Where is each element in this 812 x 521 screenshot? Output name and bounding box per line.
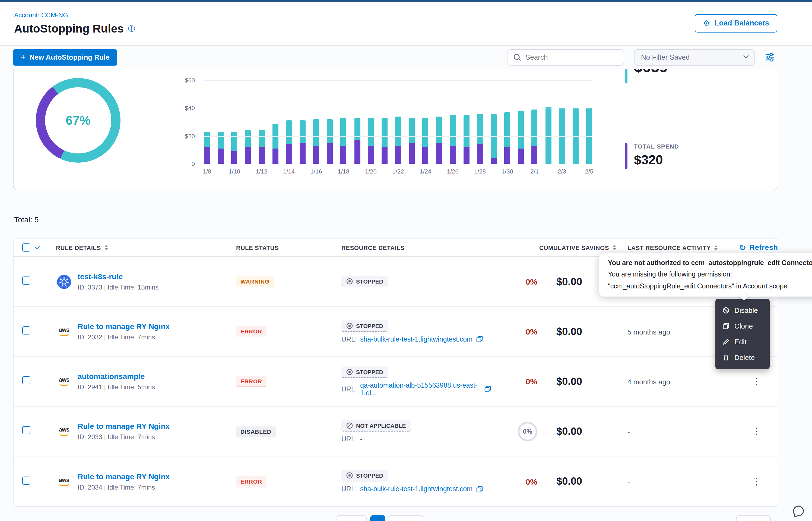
rule-status-badge[interactable]: WARNING xyxy=(236,276,274,287)
header-rule-details[interactable]: RULE DETAILS xyxy=(56,244,236,251)
savings-donut: 67% xyxy=(36,78,121,163)
pagination-prev-button[interactable] xyxy=(337,515,367,521)
row-checkbox[interactable] xyxy=(22,276,30,285)
saved-filter-dropdown[interactable]: No Filter Saved xyxy=(634,49,755,65)
resource-state-badge[interactable]: STOPPED xyxy=(341,366,388,378)
rule-name-link[interactable]: Rule to manage RY Nginx xyxy=(78,472,170,481)
bar xyxy=(545,107,551,164)
rule-name-link[interactable]: test-k8s-rule xyxy=(78,272,158,281)
resource-url-link[interactable]: - xyxy=(360,435,362,443)
select-all-checkbox[interactable] xyxy=(22,244,30,252)
resource-url-link[interactable]: qa-automation-alb-515563988.us-east-1.el… xyxy=(360,381,481,397)
rule-status-badge[interactable]: DISABLED xyxy=(236,426,276,437)
aws-icon: aws xyxy=(57,327,71,336)
rule-name-link[interactable]: automationsample xyxy=(78,372,155,381)
savings-segment xyxy=(504,112,510,147)
menu-item-edit[interactable]: Edit xyxy=(715,334,770,350)
resource-url-row: URL: sha-bulk-rule-test-1.lightwingtest.… xyxy=(341,335,483,343)
bar xyxy=(504,112,510,164)
total-spend-value: $320 xyxy=(634,152,679,167)
rule-status-badge[interactable]: ERROR xyxy=(236,376,266,387)
resource-state-badge[interactable]: STOPPED xyxy=(341,320,388,332)
y-tick-label: 0 xyxy=(192,160,195,167)
page-size-select[interactable] xyxy=(736,515,771,521)
last-activity: 5 months ago xyxy=(627,328,670,336)
stopped-icon xyxy=(346,278,353,285)
copy-icon[interactable] xyxy=(476,336,483,343)
bar xyxy=(232,132,237,164)
tooltip-line-2: You are missing the following permission… xyxy=(608,269,812,281)
savings-segment xyxy=(286,121,292,144)
x-tick-label: 1/22 xyxy=(392,168,404,175)
kebab-menu-icon[interactable]: ⋮ xyxy=(746,424,766,439)
pagination-next-button[interactable] xyxy=(389,515,423,521)
sort-icon[interactable] xyxy=(613,245,616,250)
header-last-resource-activity[interactable]: LAST RESOURCE ACTIVITY xyxy=(627,244,736,251)
y-tick-label: $20 xyxy=(185,133,195,139)
bar xyxy=(518,111,524,164)
bar xyxy=(368,118,374,164)
refresh-button[interactable]: ↻ Refresh xyxy=(739,243,778,252)
chat-support-icon[interactable] xyxy=(791,504,806,518)
table-row[interactable]: aws Rule to manage RY Nginx ID: 2033 | I… xyxy=(14,407,777,456)
row-checkbox[interactable] xyxy=(22,476,30,484)
tooltip-line-3: "ccm_autoStoppingRule_edit Connectors" i… xyxy=(608,280,812,292)
pagination-current-page[interactable] xyxy=(370,515,385,521)
sort-icon[interactable] xyxy=(105,245,108,250)
menu-item-clone[interactable]: Clone xyxy=(715,318,770,334)
menu-item-disable[interactable]: Disable xyxy=(715,302,770,318)
copy-icon[interactable] xyxy=(484,385,491,392)
spend-segment xyxy=(286,144,292,164)
bar xyxy=(245,130,251,164)
row-checkbox[interactable] xyxy=(22,326,30,335)
spend-segment xyxy=(272,149,278,164)
savings-segment xyxy=(395,117,401,146)
bulk-select-chevron-icon[interactable] xyxy=(35,244,40,249)
spend-segment xyxy=(463,147,469,164)
rule-meta: ID: 2033 | Idle Time: 7mins xyxy=(78,433,170,441)
savings-segment xyxy=(341,118,346,146)
delete-icon xyxy=(723,354,729,361)
sort-icon[interactable] xyxy=(714,245,718,250)
row-checkbox[interactable] xyxy=(22,426,30,434)
resource-url-link[interactable]: sha-bulk-rule-test-1.lightwingtest.com xyxy=(360,335,472,343)
copy-icon[interactable] xyxy=(476,485,483,493)
bar xyxy=(300,121,305,164)
search-input[interactable] xyxy=(526,53,612,61)
rule-status-badge[interactable]: ERROR xyxy=(236,326,266,337)
savings-amount: $0.00 xyxy=(556,276,582,288)
spend-segment xyxy=(327,143,333,164)
new-autostopping-rule-button[interactable]: + New AutoStopping Rule xyxy=(13,49,117,65)
load-balancers-button[interactable]: ⚙ Load Balancers xyxy=(695,14,777,32)
spend-segment xyxy=(368,145,374,164)
header-cumulative-savings[interactable]: CUMULATIVE SAVINGS xyxy=(491,244,627,251)
rule-name-link[interactable]: Rule to manage RY Nginx xyxy=(78,422,170,430)
savings-segment xyxy=(368,118,374,146)
resource-state-badge[interactable]: STOPPED xyxy=(341,276,388,287)
account-link[interactable]: Account: CCM-NG xyxy=(14,11,135,19)
search-box[interactable] xyxy=(508,49,624,65)
rule-name-link[interactable]: Rule to manage RY Nginx xyxy=(78,322,170,331)
row-checkbox[interactable] xyxy=(22,376,30,384)
menu-item-delete[interactable]: Delete xyxy=(715,350,770,365)
resource-state-badge[interactable]: STOPPED xyxy=(341,470,388,481)
savings-segment xyxy=(327,119,333,143)
bar xyxy=(491,114,497,164)
filter-sliders-icon[interactable] xyxy=(765,52,775,62)
kebab-menu-icon[interactable]: ⋮ xyxy=(746,373,766,389)
savings-amount: $0.00 xyxy=(556,325,582,338)
total-spend-legend: TOTAL SPEND $320 xyxy=(625,143,679,169)
info-icon[interactable]: ⓘ xyxy=(128,24,135,33)
table-row[interactable]: aws Rule to manage RY Nginx ID: 2034 | I… xyxy=(14,456,777,506)
y-tick-label: $40 xyxy=(185,105,195,111)
savings-segment xyxy=(463,115,469,147)
kebab-menu-icon[interactable]: ⋮ xyxy=(746,474,766,489)
table-row[interactable]: aws Rule to manage RY Nginx ID: 2032 | I… xyxy=(14,307,777,357)
savings-percent: 0% xyxy=(491,477,537,486)
gridline xyxy=(204,80,592,81)
page-title: AutoStopping Rules xyxy=(14,22,124,35)
resource-url-link[interactable]: sha-bulk-rule-test-1.lightwingtest.com xyxy=(360,485,472,493)
resource-state-badge[interactable]: NOT APPLICABLE xyxy=(341,420,411,431)
table-row[interactable]: aws automationsample ID: 2941 | Idle Tim… xyxy=(14,357,777,407)
rule-status-badge[interactable]: ERROR xyxy=(236,476,266,487)
